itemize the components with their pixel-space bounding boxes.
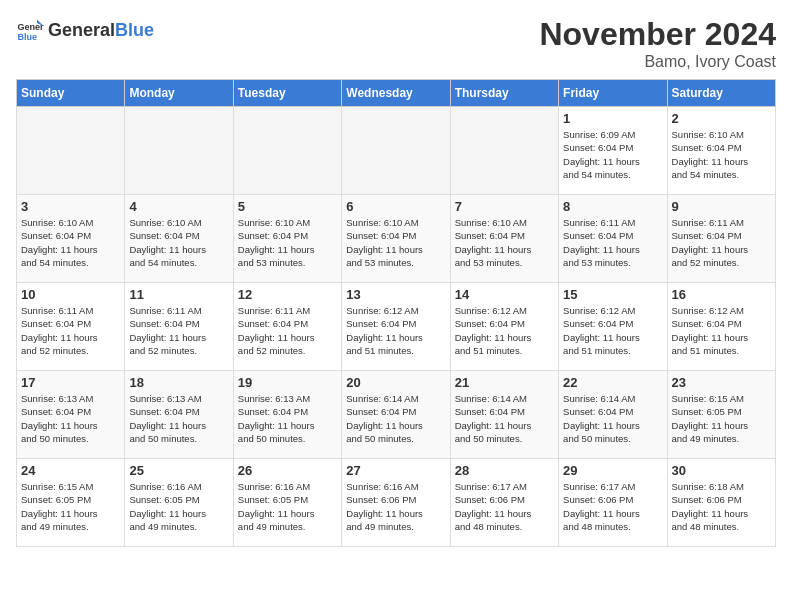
calendar-cell: 16Sunrise: 6:12 AM Sunset: 6:04 PM Dayli… <box>667 283 775 371</box>
day-info: Sunrise: 6:12 AM Sunset: 6:04 PM Dayligh… <box>563 304 662 357</box>
day-number: 23 <box>672 375 771 390</box>
day-info: Sunrise: 6:10 AM Sunset: 6:04 PM Dayligh… <box>238 216 337 269</box>
title-area: November 2024 Bamo, Ivory Coast <box>539 16 776 71</box>
day-number: 1 <box>563 111 662 126</box>
calendar-cell: 15Sunrise: 6:12 AM Sunset: 6:04 PM Dayli… <box>559 283 667 371</box>
day-header-monday: Monday <box>125 80 233 107</box>
day-number: 2 <box>672 111 771 126</box>
calendar-cell: 30Sunrise: 6:18 AM Sunset: 6:06 PM Dayli… <box>667 459 775 547</box>
day-info: Sunrise: 6:14 AM Sunset: 6:04 PM Dayligh… <box>563 392 662 445</box>
day-number: 19 <box>238 375 337 390</box>
week-row-2: 3Sunrise: 6:10 AM Sunset: 6:04 PM Daylig… <box>17 195 776 283</box>
week-row-1: 1Sunrise: 6:09 AM Sunset: 6:04 PM Daylig… <box>17 107 776 195</box>
day-number: 24 <box>21 463 120 478</box>
day-number: 21 <box>455 375 554 390</box>
day-number: 29 <box>563 463 662 478</box>
calendar-cell: 14Sunrise: 6:12 AM Sunset: 6:04 PM Dayli… <box>450 283 558 371</box>
day-info: Sunrise: 6:13 AM Sunset: 6:04 PM Dayligh… <box>21 392 120 445</box>
day-info: Sunrise: 6:17 AM Sunset: 6:06 PM Dayligh… <box>455 480 554 533</box>
day-info: Sunrise: 6:10 AM Sunset: 6:04 PM Dayligh… <box>672 128 771 181</box>
calendar-cell: 24Sunrise: 6:15 AM Sunset: 6:05 PM Dayli… <box>17 459 125 547</box>
calendar-cell: 25Sunrise: 6:16 AM Sunset: 6:05 PM Dayli… <box>125 459 233 547</box>
week-row-5: 24Sunrise: 6:15 AM Sunset: 6:05 PM Dayli… <box>17 459 776 547</box>
day-info: Sunrise: 6:12 AM Sunset: 6:04 PM Dayligh… <box>346 304 445 357</box>
day-info: Sunrise: 6:12 AM Sunset: 6:04 PM Dayligh… <box>455 304 554 357</box>
calendar-cell: 28Sunrise: 6:17 AM Sunset: 6:06 PM Dayli… <box>450 459 558 547</box>
svg-text:Blue: Blue <box>17 32 37 42</box>
calendar-cell: 7Sunrise: 6:10 AM Sunset: 6:04 PM Daylig… <box>450 195 558 283</box>
month-title: November 2024 <box>539 16 776 53</box>
day-number: 30 <box>672 463 771 478</box>
day-header-saturday: Saturday <box>667 80 775 107</box>
day-info: Sunrise: 6:10 AM Sunset: 6:04 PM Dayligh… <box>21 216 120 269</box>
calendar-cell: 5Sunrise: 6:10 AM Sunset: 6:04 PM Daylig… <box>233 195 341 283</box>
day-number: 13 <box>346 287 445 302</box>
day-info: Sunrise: 6:15 AM Sunset: 6:05 PM Dayligh… <box>672 392 771 445</box>
calendar-table: SundayMondayTuesdayWednesdayThursdayFrid… <box>16 79 776 547</box>
day-info: Sunrise: 6:16 AM Sunset: 6:06 PM Dayligh… <box>346 480 445 533</box>
day-info: Sunrise: 6:11 AM Sunset: 6:04 PM Dayligh… <box>563 216 662 269</box>
calendar-cell <box>125 107 233 195</box>
day-number: 12 <box>238 287 337 302</box>
calendar-cell: 6Sunrise: 6:10 AM Sunset: 6:04 PM Daylig… <box>342 195 450 283</box>
day-number: 7 <box>455 199 554 214</box>
calendar-cell: 20Sunrise: 6:14 AM Sunset: 6:04 PM Dayli… <box>342 371 450 459</box>
day-info: Sunrise: 6:09 AM Sunset: 6:04 PM Dayligh… <box>563 128 662 181</box>
day-number: 15 <box>563 287 662 302</box>
day-info: Sunrise: 6:12 AM Sunset: 6:04 PM Dayligh… <box>672 304 771 357</box>
calendar-cell: 19Sunrise: 6:13 AM Sunset: 6:04 PM Dayli… <box>233 371 341 459</box>
logo-blue-text: Blue <box>115 20 154 40</box>
day-number: 20 <box>346 375 445 390</box>
day-info: Sunrise: 6:13 AM Sunset: 6:04 PM Dayligh… <box>238 392 337 445</box>
calendar-cell: 8Sunrise: 6:11 AM Sunset: 6:04 PM Daylig… <box>559 195 667 283</box>
calendar-cell: 18Sunrise: 6:13 AM Sunset: 6:04 PM Dayli… <box>125 371 233 459</box>
day-info: Sunrise: 6:11 AM Sunset: 6:04 PM Dayligh… <box>129 304 228 357</box>
day-info: Sunrise: 6:17 AM Sunset: 6:06 PM Dayligh… <box>563 480 662 533</box>
day-info: Sunrise: 6:16 AM Sunset: 6:05 PM Dayligh… <box>129 480 228 533</box>
calendar-cell: 26Sunrise: 6:16 AM Sunset: 6:05 PM Dayli… <box>233 459 341 547</box>
day-header-tuesday: Tuesday <box>233 80 341 107</box>
day-number: 26 <box>238 463 337 478</box>
day-number: 3 <box>21 199 120 214</box>
day-info: Sunrise: 6:10 AM Sunset: 6:04 PM Dayligh… <box>129 216 228 269</box>
calendar-cell: 23Sunrise: 6:15 AM Sunset: 6:05 PM Dayli… <box>667 371 775 459</box>
day-number: 18 <box>129 375 228 390</box>
calendar-cell: 11Sunrise: 6:11 AM Sunset: 6:04 PM Dayli… <box>125 283 233 371</box>
calendar-body: 1Sunrise: 6:09 AM Sunset: 6:04 PM Daylig… <box>17 107 776 547</box>
day-header-sunday: Sunday <box>17 80 125 107</box>
day-info: Sunrise: 6:10 AM Sunset: 6:04 PM Dayligh… <box>455 216 554 269</box>
logo: General Blue GeneralBlue <box>16 16 154 44</box>
day-number: 5 <box>238 199 337 214</box>
calendar-cell: 12Sunrise: 6:11 AM Sunset: 6:04 PM Dayli… <box>233 283 341 371</box>
day-info: Sunrise: 6:15 AM Sunset: 6:05 PM Dayligh… <box>21 480 120 533</box>
calendar-cell: 27Sunrise: 6:16 AM Sunset: 6:06 PM Dayli… <box>342 459 450 547</box>
day-number: 27 <box>346 463 445 478</box>
day-info: Sunrise: 6:16 AM Sunset: 6:05 PM Dayligh… <box>238 480 337 533</box>
day-info: Sunrise: 6:14 AM Sunset: 6:04 PM Dayligh… <box>455 392 554 445</box>
day-number: 8 <box>563 199 662 214</box>
calendar-cell: 17Sunrise: 6:13 AM Sunset: 6:04 PM Dayli… <box>17 371 125 459</box>
calendar-cell: 10Sunrise: 6:11 AM Sunset: 6:04 PM Dayli… <box>17 283 125 371</box>
logo-general-text: General <box>48 20 115 40</box>
day-number: 10 <box>21 287 120 302</box>
header: General Blue GeneralBlue November 2024 B… <box>16 16 776 71</box>
day-info: Sunrise: 6:11 AM Sunset: 6:04 PM Dayligh… <box>238 304 337 357</box>
week-row-4: 17Sunrise: 6:13 AM Sunset: 6:04 PM Dayli… <box>17 371 776 459</box>
day-info: Sunrise: 6:11 AM Sunset: 6:04 PM Dayligh… <box>21 304 120 357</box>
calendar-cell: 13Sunrise: 6:12 AM Sunset: 6:04 PM Dayli… <box>342 283 450 371</box>
day-number: 14 <box>455 287 554 302</box>
logo-icon: General Blue <box>16 16 44 44</box>
day-info: Sunrise: 6:11 AM Sunset: 6:04 PM Dayligh… <box>672 216 771 269</box>
day-header-thursday: Thursday <box>450 80 558 107</box>
day-number: 25 <box>129 463 228 478</box>
day-header-wednesday: Wednesday <box>342 80 450 107</box>
day-number: 6 <box>346 199 445 214</box>
day-number: 4 <box>129 199 228 214</box>
day-number: 9 <box>672 199 771 214</box>
location-title: Bamo, Ivory Coast <box>539 53 776 71</box>
calendar-cell: 2Sunrise: 6:10 AM Sunset: 6:04 PM Daylig… <box>667 107 775 195</box>
day-number: 11 <box>129 287 228 302</box>
day-info: Sunrise: 6:10 AM Sunset: 6:04 PM Dayligh… <box>346 216 445 269</box>
day-info: Sunrise: 6:18 AM Sunset: 6:06 PM Dayligh… <box>672 480 771 533</box>
calendar-cell: 29Sunrise: 6:17 AM Sunset: 6:06 PM Dayli… <box>559 459 667 547</box>
